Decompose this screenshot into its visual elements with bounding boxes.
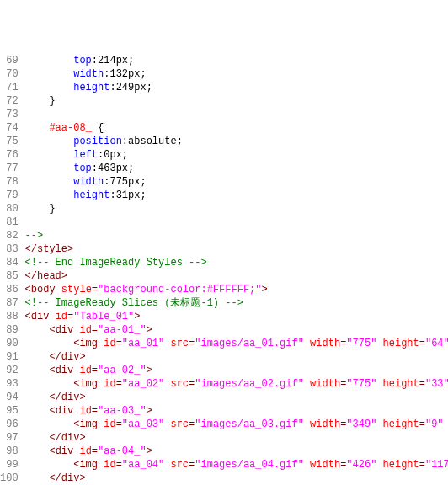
line-number: 84 (0, 256, 19, 269)
line-number: 83 (0, 242, 19, 256)
code-line[interactable]: <img id="aa_03" src="images/aa_03.gif" w… (25, 418, 448, 431)
line-number: 75 (0, 135, 19, 148)
code-line[interactable]: top:214px; (25, 54, 448, 67)
line-number: 96 (0, 418, 19, 431)
line-number: 78 (0, 175, 19, 189)
line-number: 79 (0, 189, 19, 202)
code-line[interactable]: </div> (25, 472, 448, 485)
line-number: 97 (0, 431, 19, 445)
line-number: 80 (0, 202, 19, 216)
code-line[interactable]: <img id="aa_04" src="images/aa_04.gif" w… (25, 458, 448, 472)
line-number: 76 (0, 148, 19, 162)
code-line[interactable]: position:absolute; (25, 135, 448, 148)
code-area[interactable]: top:214px; width:132px; height:249px; } … (25, 54, 448, 485)
line-number-gutter: 6970717273747576777879808182838485868788… (0, 54, 25, 485)
line-number: 69 (0, 54, 19, 67)
code-line[interactable]: <!-- End ImageReady Styles --> (25, 256, 448, 269)
line-number: 77 (0, 162, 19, 175)
code-line[interactable]: #aa-08_ { (25, 121, 448, 135)
code-line[interactable]: </div> (25, 350, 448, 364)
code-line[interactable]: </style> (25, 242, 448, 256)
code-line[interactable] (25, 108, 448, 121)
code-line[interactable]: } (25, 202, 448, 216)
line-number: 98 (0, 445, 19, 458)
line-number: 81 (0, 216, 19, 229)
code-line[interactable]: <img id="aa_02" src="images/aa_02.gif" w… (25, 377, 448, 391)
line-number: 92 (0, 364, 19, 377)
code-line[interactable]: width:775px; (25, 175, 448, 189)
code-line[interactable]: </head> (25, 269, 448, 283)
code-line[interactable]: top:463px; (25, 162, 448, 175)
code-line[interactable]: } (25, 94, 448, 108)
line-number: 89 (0, 323, 19, 337)
code-line[interactable]: --> (25, 229, 448, 242)
code-line[interactable]: left:0px; (25, 148, 448, 162)
line-number: 91 (0, 350, 19, 364)
line-number: 71 (0, 81, 19, 94)
code-editor[interactable]: 6970717273747576777879808182838485868788… (0, 54, 448, 485)
line-number: 82 (0, 229, 19, 242)
line-number: 72 (0, 94, 19, 108)
line-number: 74 (0, 121, 19, 135)
code-line[interactable]: <div id="aa-01_"> (25, 323, 448, 337)
code-line[interactable]: <!-- ImageReady Slices (未标题-1) --> (25, 296, 448, 310)
code-line[interactable]: <body style="background-color:#FFFFFF;"> (25, 283, 448, 296)
code-line[interactable]: <div id="aa-04_"> (25, 445, 448, 458)
code-line[interactable]: width:132px; (25, 67, 448, 81)
line-number: 95 (0, 404, 19, 418)
line-number: 99 (0, 458, 19, 472)
code-line[interactable]: <div id="aa-02_"> (25, 364, 448, 377)
line-number: 73 (0, 108, 19, 121)
line-number: 86 (0, 283, 19, 296)
code-line[interactable]: <img id="aa_01" src="images/aa_01.gif" w… (25, 337, 448, 350)
line-number: 87 (0, 296, 19, 310)
line-number: 85 (0, 269, 19, 283)
line-number: 88 (0, 310, 19, 323)
line-number: 90 (0, 337, 19, 350)
code-line[interactable]: <div id="aa-03_"> (25, 404, 448, 418)
code-line[interactable]: height:249px; (25, 81, 448, 94)
code-line[interactable]: </div> (25, 391, 448, 404)
line-number: 93 (0, 377, 19, 391)
code-line[interactable]: </div> (25, 431, 448, 445)
code-line[interactable] (25, 216, 448, 229)
line-number: 100 (0, 472, 19, 485)
code-line[interactable]: height:31px; (25, 189, 448, 202)
line-number: 94 (0, 391, 19, 404)
line-number: 70 (0, 67, 19, 81)
code-line[interactable]: <div id="Table_01"> (25, 310, 448, 323)
